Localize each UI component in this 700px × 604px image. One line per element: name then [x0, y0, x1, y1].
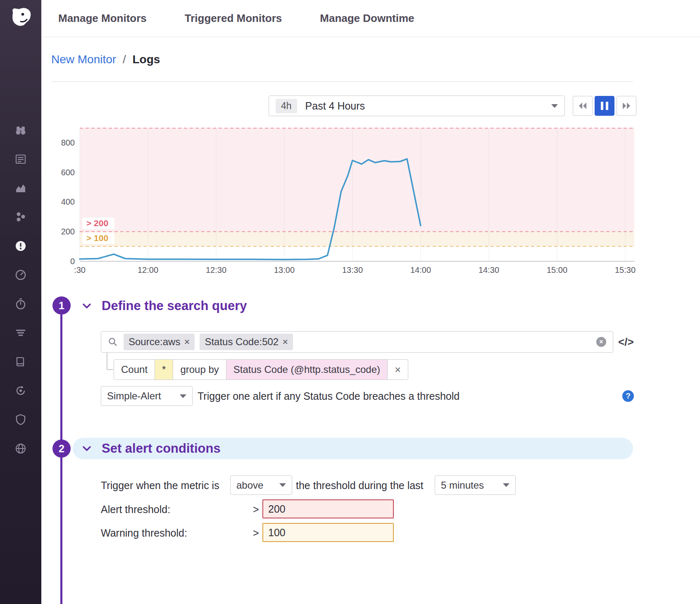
sidebar-nav	[0, 124, 41, 455]
breadcrumb-current: Logs	[133, 53, 160, 66]
chevron-down-icon	[551, 104, 558, 108]
time-range-badge: 4h	[276, 99, 297, 113]
time-range-selector[interactable]: 4h Past 4 Hours	[269, 95, 565, 116]
forward-icon	[621, 102, 631, 110]
rewind-icon	[578, 102, 588, 110]
monitor-preview-chart: 0200400600800:3012:0012:3013:0013:3014:0…	[61, 125, 636, 275]
step-2-collapse-chevron-icon[interactable]	[81, 443, 92, 456]
svg-text:400: 400	[61, 197, 75, 206]
step-2-badge: 2	[52, 439, 71, 458]
step-2-title: Set alert conditions	[102, 441, 221, 456]
time-range-label: Past 4 Hours	[305, 100, 365, 112]
infrastructure-hex-icon	[14, 211, 27, 223]
svg-text:12:30: 12:30	[206, 265, 226, 275]
group-by-facet[interactable]: Status Code (@http.status_code)	[226, 360, 387, 380]
monitor-create-page: Manage Monitors Triggered Monitors Manag…	[0, 0, 700, 604]
step-connector-line	[60, 315, 62, 604]
svg-text:600: 600	[61, 168, 75, 177]
operator-dropdown[interactable]: above	[230, 475, 292, 495]
measure-group-row: Count * group by Status Code (@http.stat…	[114, 359, 408, 380]
breadcrumb-new-monitor-link[interactable]: New Monitor	[51, 53, 116, 66]
chevron-down-icon	[279, 483, 286, 487]
trigger-prefix-text: Trigger when the metric is	[101, 480, 219, 492]
warning-threshold-input[interactable]	[262, 523, 394, 542]
svg-text::30: :30	[74, 265, 86, 275]
breadcrumb: New Monitor / Logs	[51, 53, 160, 66]
sidebar-item-infrastructure[interactable]	[14, 211, 27, 223]
breadcrumb-separator: /	[123, 53, 126, 66]
alert-type-dropdown[interactable]: Simple-Alert	[101, 386, 193, 406]
nav-manage-monitors[interactable]: Manage Monitors	[58, 12, 147, 25]
alert-gt-symbol: >	[253, 504, 259, 516]
svg-text:12:00: 12:00	[138, 265, 158, 275]
clear-search-icon[interactable]: ×	[596, 337, 606, 347]
svg-text:800: 800	[61, 138, 75, 147]
sidebar-item-monitors[interactable]	[14, 240, 27, 252]
svg-text:14:30: 14:30	[479, 265, 499, 275]
svg-text:> 100: > 100	[86, 233, 108, 243]
warning-threshold-label: Warning threshold:	[101, 527, 187, 539]
rewind-button[interactable]	[573, 96, 593, 116]
time-window-value: 5 minutes	[441, 480, 484, 491]
divider	[51, 81, 633, 82]
svg-text:14:00: 14:00	[410, 265, 431, 275]
chevron-down-icon	[180, 394, 186, 398]
step-1-collapse-chevron-icon[interactable]	[81, 301, 92, 313]
code-view-button[interactable]: </>	[618, 336, 634, 349]
sidebar-item-events[interactable]	[14, 153, 27, 165]
sidebar-item-dashboards[interactable]	[14, 269, 27, 281]
sidebar-item-security[interactable]	[14, 413, 27, 426]
search-tag[interactable]: Status Code:502×	[200, 334, 293, 350]
measure-select[interactable]: Count	[114, 360, 155, 380]
dashboards-gauge-icon	[14, 269, 27, 281]
tag-remove-icon[interactable]: ×	[282, 337, 288, 347]
alert-type-description: Trigger one alert if any Status Code bre…	[198, 390, 460, 402]
datadog-dog-icon	[8, 5, 33, 30]
query-connector	[107, 353, 113, 370]
svg-text:200: 200	[61, 227, 75, 236]
search-icon	[108, 337, 118, 347]
trigger-suffix-text: the threshold during the last	[296, 480, 424, 492]
synthetics-globe-icon	[14, 442, 27, 455]
sidebar-item-pipelines[interactable]	[14, 327, 27, 339]
sidebar-item-synthetics[interactable]	[14, 442, 27, 455]
help-icon[interactable]: ?	[622, 390, 634, 402]
search-query-input[interactable]: Source:aws×Status Code:502× ×	[101, 331, 613, 353]
warning-gt-symbol: >	[253, 527, 259, 539]
apm-stopwatch-icon	[14, 298, 27, 310]
search-tag-label: Status Code:502	[205, 336, 279, 348]
search-tag[interactable]: Source:aws×	[124, 334, 195, 350]
sidebar-item-metrics[interactable]	[14, 182, 27, 194]
line-chart: 0200400600800:3012:0012:3013:0013:3014:0…	[61, 125, 636, 275]
pause-icon	[601, 102, 608, 110]
forward-button[interactable]	[617, 96, 636, 116]
group-by-label: group by	[173, 360, 226, 380]
sidebar-item-apm[interactable]	[14, 298, 27, 310]
search-tags: Source:aws×Status Code:502×	[124, 334, 293, 350]
svg-text:15:30: 15:30	[615, 265, 636, 275]
search-tag-label: Source:aws	[129, 336, 180, 348]
svg-text:15:00: 15:00	[547, 265, 567, 275]
pause-button[interactable]	[595, 96, 614, 116]
sidebar-item-logs[interactable]	[14, 356, 27, 368]
alert-threshold-input[interactable]	[262, 499, 394, 518]
metrics-chart-icon	[14, 182, 27, 194]
nav-triggered-monitors[interactable]: Triggered Monitors	[185, 12, 282, 25]
logs-book-icon	[14, 356, 27, 368]
pipelines-filter-icon	[14, 327, 27, 339]
svg-text:13:30: 13:30	[342, 265, 363, 275]
sidebar	[0, 0, 41, 604]
nav-manage-downtime[interactable]: Manage Downtime	[320, 12, 414, 25]
sidebar-item-ci[interactable]	[14, 384, 27, 397]
svg-text:13:00: 13:00	[274, 265, 295, 275]
operator-value: above	[236, 480, 263, 491]
playback-controls	[573, 96, 636, 116]
measure-star[interactable]: *	[155, 360, 173, 380]
tag-remove-icon[interactable]: ×	[184, 337, 190, 347]
alert-type-value: Simple-Alert	[107, 390, 161, 402]
sidebar-item-watchdog[interactable]	[14, 124, 27, 136]
remove-group-icon[interactable]: ×	[387, 360, 408, 380]
step-1-title: Define the search query	[102, 298, 247, 313]
time-window-dropdown[interactable]: 5 minutes	[435, 475, 516, 495]
datadog-logo[interactable]	[8, 5, 33, 30]
